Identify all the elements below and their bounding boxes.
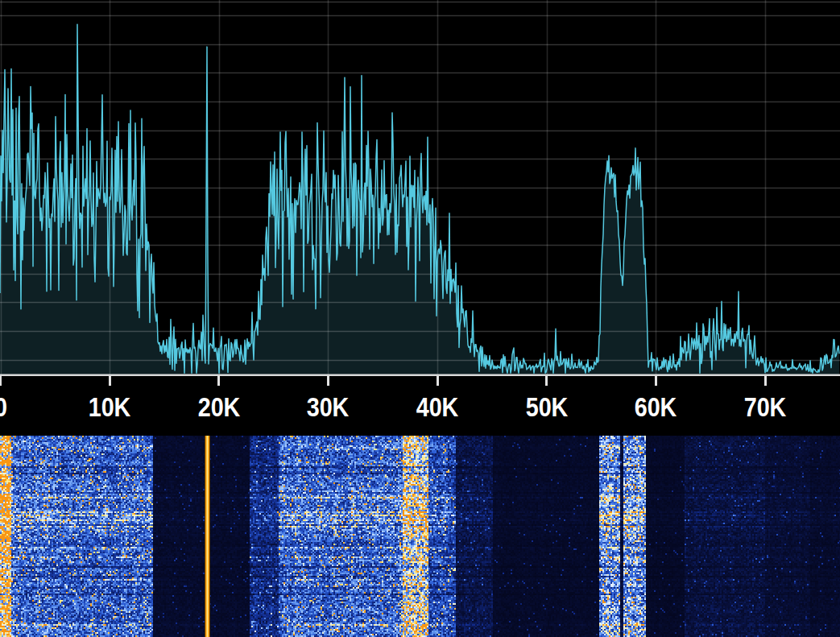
freq-tick-mark	[545, 376, 548, 386]
freq-tick-label: 10K	[89, 392, 131, 423]
freq-tick-label: 0	[0, 392, 6, 423]
freq-tick-mark	[764, 376, 767, 386]
waterfall-display[interactable]	[0, 436, 840, 637]
freq-tick-mark	[327, 376, 329, 386]
freq-tick-mark	[437, 376, 439, 386]
freq-tick-label: 70K	[744, 392, 787, 423]
freq-tick-label: 40K	[416, 392, 459, 423]
freq-tick-mark	[0, 376, 2, 386]
freq-tick-label: 30K	[307, 392, 350, 423]
freq-tick-mark	[655, 376, 657, 386]
freq-tick-mark	[217, 376, 220, 386]
freq-tick-label: 50K	[525, 392, 568, 423]
freq-tick-mark	[109, 376, 111, 386]
freq-tick-label: 20K	[197, 392, 240, 423]
freq-tick-label: 60K	[635, 392, 677, 423]
frequency-axis[interactable]: 010K20K30K40K50K60K70K	[0, 376, 840, 436]
sdr-display: 010K20K30K40K50K60K70K	[0, 0, 840, 637]
spectrum-plot[interactable]	[0, 0, 840, 376]
